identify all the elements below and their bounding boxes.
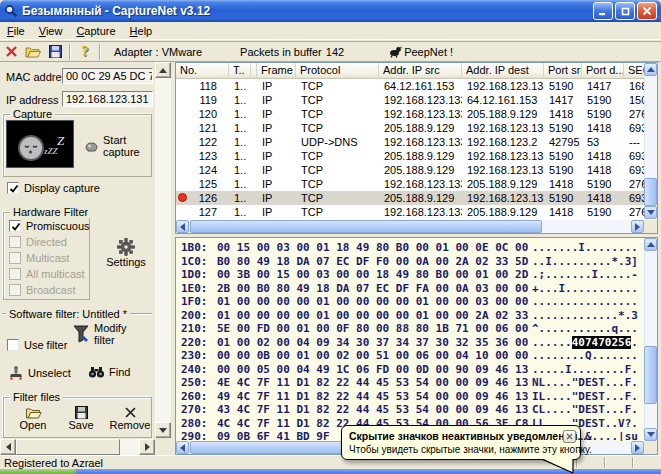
scrollbar-corner xyxy=(644,220,657,233)
panel-vertical-scrollbar[interactable] xyxy=(155,78,171,422)
hex-vertical-scrollbar-thumb[interactable] xyxy=(644,346,657,404)
menu-item-view[interactable]: View xyxy=(32,24,70,38)
hex-bytes: 01 00 02 00 04 09 34 30 37 34 37 30 32 3… xyxy=(217,336,528,349)
table-scroll-right-button[interactable] xyxy=(631,220,644,233)
column-header-Port src[interactable]: Port src xyxy=(544,63,582,79)
cell-port_dest: 5190 xyxy=(582,93,624,107)
hex-line: 260:49 4C 7F 11 D1 82 22 44 45 53 54 00 … xyxy=(181,390,643,404)
hex-offset: 260: xyxy=(181,390,217,403)
use-filter-checkbox[interactable]: Use filter xyxy=(7,339,67,351)
hw-filter-checkbox-broadcast: Broadcast xyxy=(9,284,76,296)
cell-time: 1.. xyxy=(229,163,251,177)
cell-port_dest: 1418 xyxy=(582,191,624,205)
column-header-Addr. IP src[interactable]: Addr. IP src xyxy=(379,63,462,79)
save-filter-button[interactable]: Save xyxy=(64,406,98,431)
table-row[interactable]: 1201..IPTCP192.168.123.133205.188.9.1291… xyxy=(176,107,657,121)
menu-item-file[interactable]: File xyxy=(0,24,32,38)
cell-no: 124 xyxy=(176,163,229,177)
unselect-label: Unselect xyxy=(28,367,71,379)
table-scroll-down-button[interactable] xyxy=(644,206,657,219)
menu-bar: FileViewCaptureHelp xyxy=(0,22,661,40)
unselect-button[interactable]: Unselect xyxy=(8,365,71,381)
toolbar-separator xyxy=(99,44,101,60)
hex-offset: 220: xyxy=(181,336,217,349)
balloon-close-button[interactable] xyxy=(563,430,576,443)
column-header-Protocol[interactable]: Protocol xyxy=(296,63,379,79)
table-scroll-left-button[interactable] xyxy=(176,220,189,233)
cell-port_dest: 5190 xyxy=(582,107,624,121)
balloon-title: Скрытие значков неактивных уведомлений..… xyxy=(342,426,580,442)
hw-filter-checkbox-all-multicast: All multicast xyxy=(9,268,85,280)
scrollbar-corner xyxy=(644,441,657,454)
table-row[interactable]: 1181..IPTCP64.12.161.153192.168.123.1335… xyxy=(176,79,657,93)
hw-filter-checkbox-promiscuous[interactable]: Promiscuous xyxy=(9,220,90,232)
cell-port_src: 5190 xyxy=(544,149,582,163)
hex-scroll-left-button[interactable] xyxy=(176,441,189,454)
column-header-T..[interactable]: T.. xyxy=(229,63,251,79)
panel-scroll-down-button[interactable] xyxy=(155,422,171,438)
table-row[interactable]: 1191..IPTCP192.168.123.13364.12.161.1531… xyxy=(176,93,657,107)
column-header-SEC[interactable]: SEC xyxy=(624,63,646,79)
cell-port_src: 5190 xyxy=(544,163,582,177)
table-row[interactable]: 1221..IPUDP->DNS192.168.123.133192.168.1… xyxy=(176,135,657,149)
modify-filter-button[interactable]: Modify filter xyxy=(72,322,130,346)
cell-protocol: TCP xyxy=(296,79,379,93)
close-button[interactable] xyxy=(637,2,657,20)
start-button-sliver[interactable] xyxy=(0,469,76,474)
cell-port_dest: 1417 xyxy=(582,79,624,93)
column-header-Port d...[interactable]: Port d... xyxy=(582,63,624,79)
panel-horizontal-scrollbar-thumb[interactable] xyxy=(16,439,120,455)
table-row[interactable]: 1271..IPTCP192.168.123.133205.188.9.1291… xyxy=(176,205,657,219)
hex-scroll-right-button[interactable] xyxy=(631,441,644,454)
help-button[interactable]: ? xyxy=(74,43,96,61)
cell-sec: 150 xyxy=(624,93,646,107)
panel-scroll-left-button[interactable] xyxy=(0,439,16,455)
table-row[interactable]: 1241..IPTCP205.188.9.129192.168.123.1335… xyxy=(176,163,657,177)
hex-bytes: 00 15 00 03 00 01 18 49 80 B0 00 01 00 0… xyxy=(217,241,528,254)
open-filter-button[interactable]: Open xyxy=(16,406,50,431)
display-capture-checkbox[interactable]: Display capture xyxy=(7,182,100,194)
cell-time: 1.. xyxy=(229,79,251,93)
cell-time: 1.. xyxy=(229,149,251,163)
cell-src: 192.168.123.133 xyxy=(379,93,462,107)
menu-item-help[interactable]: Help xyxy=(123,24,160,38)
restore-button[interactable] xyxy=(615,2,635,20)
remove-filter-button[interactable]: Remove xyxy=(108,406,152,431)
cell-time: 1.. xyxy=(229,93,251,107)
table-row[interactable]: 1251..IPTCP192.168.123.133205.188.9.1291… xyxy=(176,177,657,191)
hex-scroll-up-button[interactable] xyxy=(644,238,657,251)
delete-capture-button[interactable] xyxy=(0,43,22,61)
table-row[interactable]: 1231..IPTCP205.188.9.129192.168.123.1335… xyxy=(176,149,657,163)
hex-scroll-down-button[interactable] xyxy=(644,428,657,441)
panel-scroll-right-button[interactable] xyxy=(139,439,155,455)
open-capture-button[interactable] xyxy=(22,43,44,61)
panel-scroll-up-button[interactable] xyxy=(155,62,171,78)
settings-button[interactable]: Settings xyxy=(102,238,150,268)
mac-address-field[interactable]: 00 0C 29 A5 DC 7F xyxy=(62,68,153,84)
cell-port_src: 5190 xyxy=(544,79,582,93)
menu-item-capture[interactable]: Capture xyxy=(69,24,122,38)
hex-dump-view: 1B0:00 15 00 03 00 01 18 49 80 B0 00 01 … xyxy=(175,237,658,455)
table-row[interactable]: 1211..IPTCP205.188.9.129192.168.123.1335… xyxy=(176,121,657,135)
peepnet-label: PeepNet ! xyxy=(404,46,453,58)
checkbox-unchecked-icon xyxy=(9,284,21,296)
table-vertical-scrollbar-thumb[interactable] xyxy=(644,178,657,206)
minimize-button[interactable] xyxy=(593,2,613,20)
x-icon xyxy=(108,406,152,419)
cell-no: 118 xyxy=(176,79,229,93)
peepnet-button[interactable]: PeepNet ! xyxy=(388,45,453,58)
column-header-Addr. IP dest[interactable]: Addr. IP dest xyxy=(462,63,544,79)
toolbar: ? Adapter : VMware Packets in buffer 142… xyxy=(0,41,661,62)
save-capture-button[interactable] xyxy=(44,43,66,61)
table-row[interactable]: 1261..IPTCP205.188.9.129192.168.123.1335… xyxy=(176,191,657,205)
start-capture-button[interactable]: Start capture xyxy=(84,134,150,158)
table-horizontal-scrollbar-thumb[interactable] xyxy=(190,220,542,233)
cell-src: 205.188.9.129 xyxy=(379,149,462,163)
checkbox-unchecked-icon xyxy=(7,339,19,351)
column-header-Frame[interactable]: Frame xyxy=(257,63,296,79)
ip-address-field[interactable]: 192.168.123.131 xyxy=(62,91,153,107)
hex-line: 250:4E 4C 7F 11 D1 82 22 44 45 53 54 00 … xyxy=(181,376,643,390)
find-button[interactable]: Find xyxy=(88,365,130,379)
table-scroll-up-button[interactable] xyxy=(644,63,657,76)
column-header-No.[interactable]: No. xyxy=(176,63,229,79)
